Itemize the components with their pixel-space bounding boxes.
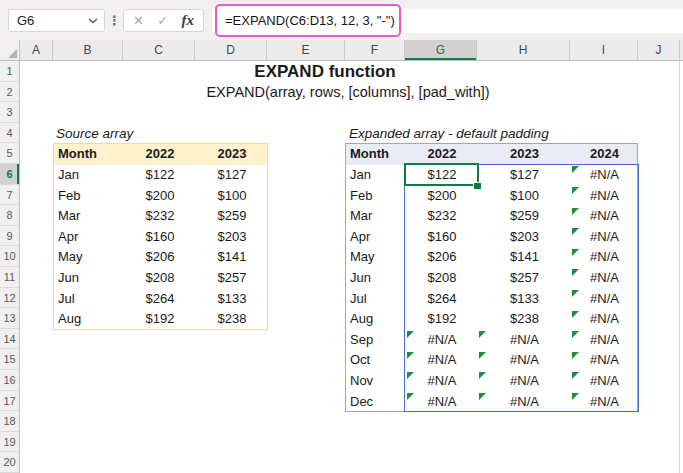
row-header-7[interactable]: 7	[0, 185, 19, 206]
data-cell[interactable]: Aug	[346, 309, 406, 330]
data-cell[interactable]: #N/A	[478, 350, 571, 371]
data-cell[interactable]: $257	[478, 268, 571, 289]
data-cell[interactable]: Oct	[346, 350, 406, 371]
data-cell[interactable]: Apr	[54, 227, 124, 248]
row-header-20[interactable]: 20	[0, 452, 19, 473]
row-header-15[interactable]: 15	[0, 349, 19, 370]
data-cell[interactable]: Feb	[54, 186, 124, 207]
data-cell[interactable]: Jan	[54, 165, 124, 186]
data-cell[interactable]: #N/A	[406, 392, 478, 412]
data-cell[interactable]: $141	[478, 247, 571, 268]
column-header-B[interactable]: B	[53, 40, 123, 60]
column-header-J[interactable]: J	[638, 40, 680, 60]
data-cell[interactable]: $127	[478, 165, 571, 186]
data-cell[interactable]: $238	[196, 309, 268, 330]
header-cell[interactable]: 2022	[406, 144, 478, 165]
data-cell[interactable]: #N/A	[571, 186, 638, 207]
header-cell[interactable]: 2022	[124, 144, 196, 165]
data-cell[interactable]: Jan	[346, 165, 406, 186]
data-cell[interactable]: $192	[124, 309, 196, 330]
data-cell[interactable]: Apr	[346, 227, 406, 248]
row-header-8[interactable]: 8	[0, 205, 19, 226]
data-cell[interactable]: May	[54, 247, 124, 268]
data-cell[interactable]: Mar	[54, 206, 124, 227]
header-cell[interactable]: 2024	[571, 144, 638, 165]
row-header-18[interactable]: 18	[0, 411, 19, 432]
header-cell[interactable]: 2023	[478, 144, 571, 165]
row-header-6[interactable]: 6	[0, 164, 19, 185]
data-cell[interactable]: $257	[196, 268, 268, 289]
data-cell[interactable]: $200	[124, 186, 196, 207]
data-cell[interactable]: $206	[406, 247, 478, 268]
data-cell[interactable]: $133	[196, 289, 268, 310]
row-header-11[interactable]: 11	[0, 267, 19, 288]
header-cell[interactable]: 2023	[196, 144, 268, 165]
data-cell[interactable]: #N/A	[406, 330, 478, 351]
row-header-4[interactable]: 4	[0, 123, 19, 144]
data-cell[interactable]: $122	[406, 165, 478, 186]
data-cell[interactable]: #N/A	[571, 268, 638, 289]
data-cell[interactable]: $100	[196, 186, 268, 207]
more-options-icon[interactable]: ⋮	[108, 9, 120, 32]
data-cell[interactable]: May	[346, 247, 406, 268]
data-cell[interactable]: $232	[124, 206, 196, 227]
data-cell[interactable]: $100	[478, 186, 571, 207]
data-cell[interactable]: $206	[124, 247, 196, 268]
data-cell[interactable]: #N/A	[571, 165, 638, 186]
column-header-G[interactable]: G	[405, 40, 477, 60]
data-cell[interactable]: $232	[406, 206, 478, 227]
row-header-16[interactable]: 16	[0, 370, 19, 391]
fill-handle[interactable]	[473, 182, 482, 191]
data-cell[interactable]: $238	[478, 309, 571, 330]
enter-icon[interactable]: ✓	[157, 13, 168, 28]
data-cell[interactable]: $203	[196, 227, 268, 248]
insert-function-icon[interactable]: fx	[182, 12, 195, 29]
row-header-1[interactable]: 1	[0, 61, 19, 82]
column-header-C[interactable]: C	[123, 40, 195, 60]
data-cell[interactable]: #N/A	[478, 330, 571, 351]
data-cell[interactable]: $208	[406, 268, 478, 289]
data-cell[interactable]: $160	[124, 227, 196, 248]
data-cell[interactable]: $264	[406, 289, 478, 310]
data-cell[interactable]: #N/A	[406, 371, 478, 392]
data-cell[interactable]: Aug	[54, 309, 124, 330]
data-cell[interactable]: #N/A	[478, 371, 571, 392]
data-cell[interactable]: Jun	[54, 268, 124, 289]
data-cell[interactable]: $133	[478, 289, 571, 310]
data-cell[interactable]: #N/A	[571, 309, 638, 330]
data-cell[interactable]: Jul	[346, 289, 406, 310]
column-header-I[interactable]: I	[570, 40, 638, 60]
data-cell[interactable]: $259	[196, 206, 268, 227]
data-cell[interactable]: $192	[406, 309, 478, 330]
data-cell[interactable]: Sep	[346, 330, 406, 351]
column-header-A[interactable]: A	[20, 40, 53, 60]
data-cell[interactable]: #N/A	[406, 350, 478, 371]
data-cell[interactable]: $200	[406, 186, 478, 207]
row-header-3[interactable]: 3	[0, 102, 19, 123]
data-cell[interactable]: #N/A	[571, 227, 638, 248]
row-header-14[interactable]: 14	[0, 329, 19, 350]
select-all-corner[interactable]	[0, 40, 20, 61]
row-header-19[interactable]: 19	[0, 432, 19, 453]
data-cell[interactable]: $259	[478, 206, 571, 227]
data-cell[interactable]: #N/A	[571, 330, 638, 351]
column-header-E[interactable]: E	[267, 40, 345, 60]
data-cell[interactable]: $264	[124, 289, 196, 310]
name-box[interactable]: G6	[8, 9, 105, 32]
cancel-icon[interactable]: ✕	[133, 13, 144, 28]
header-cell[interactable]: Month	[346, 144, 406, 165]
data-cell[interactable]: Jun	[346, 268, 406, 289]
data-cell[interactable]: #N/A	[571, 247, 638, 268]
row-header-2[interactable]: 2	[0, 82, 19, 103]
row-header-13[interactable]: 13	[0, 308, 19, 329]
data-cell[interactable]: #N/A	[571, 392, 638, 412]
data-cell[interactable]: Mar	[346, 206, 406, 227]
header-cell[interactable]: Month	[54, 144, 124, 165]
data-cell[interactable]: Feb	[346, 186, 406, 207]
data-cell[interactable]: #N/A	[571, 289, 638, 310]
row-header-9[interactable]: 9	[0, 226, 19, 247]
chevron-down-icon[interactable]	[88, 18, 104, 24]
data-cell[interactable]: Jul	[54, 289, 124, 310]
data-cell[interactable]: #N/A	[571, 371, 638, 392]
row-header-5[interactable]: 5	[0, 143, 19, 164]
